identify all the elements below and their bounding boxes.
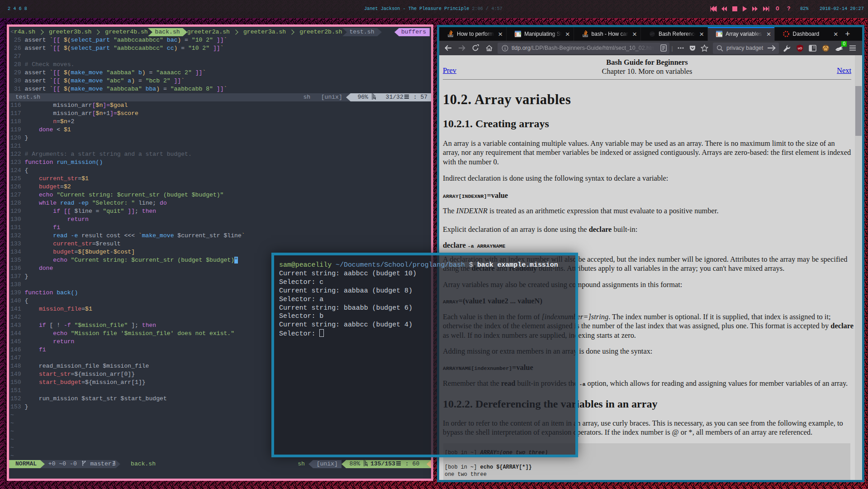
svg-text:uO: uO	[797, 46, 802, 49]
